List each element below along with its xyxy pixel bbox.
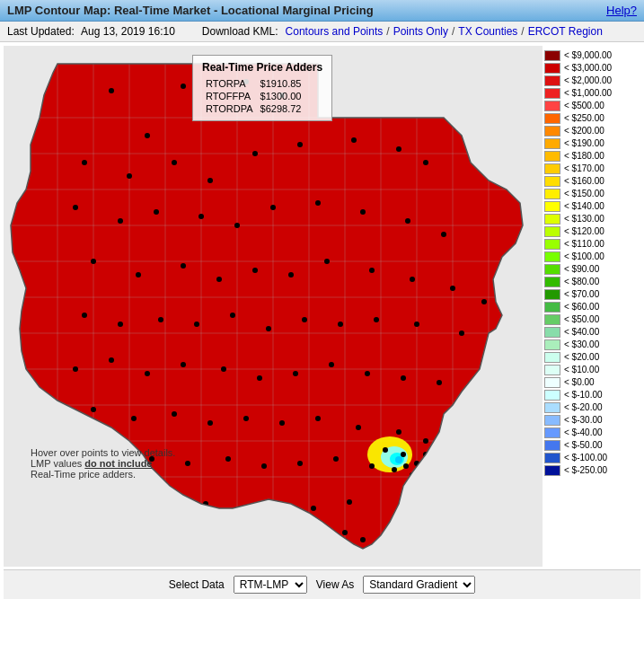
svg-point-115: [342, 530, 348, 535]
legend-item: < $140.00: [544, 200, 639, 212]
legend-swatch: [544, 440, 560, 451]
svg-point-71: [302, 317, 307, 322]
svg-point-64: [481, 299, 487, 304]
svg-point-76: [73, 366, 78, 372]
legend-label: < $0.00: [564, 377, 595, 387]
svg-point-45: [118, 218, 123, 224]
legend-swatch: [544, 390, 560, 401]
svg-point-60: [324, 259, 330, 264]
svg-point-101: [261, 463, 267, 469]
info-bar: Last Updated: Aug 13, 2019 16:10 Downloa…: [0, 22, 644, 42]
legend-swatch: [544, 50, 560, 61]
legend: < $9,000.00< $3,000.00< $2,000.00< $1,00…: [543, 46, 640, 569]
legend-swatch: [544, 163, 560, 174]
svg-point-80: [221, 366, 226, 372]
legend-swatch: [544, 453, 560, 463]
legend-label: < $500.00: [564, 101, 604, 110]
legend-label: < $150.00: [564, 189, 604, 198]
page-title: LMP Contour Map: Real-Time Market - Loca…: [7, 4, 374, 17]
map-container: Real-Time Price Adders RTORPA $1910.85 R…: [4, 46, 543, 569]
svg-point-118: [401, 452, 406, 457]
legend-label: < $3,000.00: [564, 63, 612, 73]
legend-label: < $20.00: [564, 352, 599, 362]
legend-swatch: [544, 289, 560, 300]
svg-point-31: [181, 84, 186, 89]
legend-label: < $100.00: [564, 251, 604, 261]
legend-swatch: [544, 189, 560, 199]
legend-swatch: [544, 251, 560, 262]
svg-point-54: [91, 259, 96, 264]
svg-point-41: [351, 137, 357, 143]
svg-point-78: [145, 371, 150, 376]
svg-point-74: [414, 322, 419, 327]
svg-point-55: [136, 272, 141, 278]
legend-label: < $40.00: [564, 327, 599, 337]
svg-point-53: [441, 232, 446, 237]
legend-label: < $160.00: [564, 176, 604, 186]
svg-point-70: [266, 326, 271, 331]
legend-label: < $30.00: [564, 339, 599, 349]
svg-point-86: [437, 380, 442, 385]
legend-swatch: [544, 427, 560, 438]
legend-label: < $140.00: [564, 201, 604, 211]
contours-points-link[interactable]: Contours and Points: [286, 25, 384, 38]
price-adder-name: RTORDPA: [202, 102, 257, 115]
legend-label: < $-20.00: [564, 402, 603, 412]
svg-point-79: [181, 362, 186, 367]
svg-point-102: [297, 461, 303, 466]
select-data-dropdown[interactable]: RTM-LMP DAM-LMP: [234, 576, 307, 594]
svg-point-92: [279, 420, 285, 426]
svg-point-43: [423, 160, 428, 165]
main-content: Real-Time Price Adders RTORPA $1910.85 R…: [0, 42, 644, 603]
svg-point-99: [185, 461, 190, 466]
svg-point-66: [118, 322, 123, 327]
view-as-dropdown[interactable]: Standard Gradient Discrete Colors: [363, 576, 475, 594]
points-only-link[interactable]: Points Only: [393, 25, 448, 38]
legend-swatch: [544, 264, 560, 275]
legend-item: < $-20.00: [544, 401, 639, 413]
download-links: Download KML: Contours and Points / Poin…: [202, 25, 603, 38]
legend-label: < $190.00: [564, 138, 604, 148]
ercot-region-link[interactable]: ERCOT Region: [528, 25, 603, 38]
legend-item: < $200.00: [544, 125, 639, 137]
legend-label: < $250.00: [564, 113, 604, 123]
legend-swatch: [544, 339, 560, 350]
legend-swatch: [544, 75, 560, 86]
view-as-label: View As: [316, 578, 354, 591]
select-data-label: Select Data: [169, 578, 225, 591]
legend-item: < $-100.00: [544, 452, 639, 463]
svg-point-67: [158, 317, 163, 322]
legend-swatch: [544, 214, 560, 225]
legend-label: < $-30.00: [564, 415, 603, 425]
svg-point-36: [127, 173, 132, 179]
hover-note-line1: Hover over points to view details.: [31, 447, 175, 458]
legend-label: < $130.00: [564, 214, 604, 224]
svg-point-58: [252, 268, 258, 273]
help-link[interactable]: Help?: [606, 4, 637, 17]
legend-label: < $9,000.00: [564, 50, 612, 60]
legend-swatch: [544, 88, 560, 99]
legend-label: < $180.00: [564, 151, 604, 161]
legend-label: < $-250.00: [564, 465, 607, 475]
legend-label: < $120.00: [564, 226, 604, 236]
svg-point-116: [360, 537, 366, 542]
legend-item: < $-250.00: [544, 464, 639, 476]
legend-item: < $90.00: [544, 263, 639, 275]
svg-point-117: [383, 447, 388, 453]
price-adders-title: Real-Time Price Adders: [202, 61, 322, 74]
legend-swatch: [544, 377, 560, 388]
legend-label: < $1,000.00: [564, 88, 612, 98]
tx-counties-link[interactable]: TX Counties: [458, 25, 517, 38]
title-bar: LMP Contour Map: Real-Time Market - Loca…: [0, 0, 644, 22]
svg-point-65: [82, 313, 87, 318]
legend-item: < $-30.00: [544, 414, 639, 426]
legend-item: < $130.00: [544, 213, 639, 225]
svg-point-112: [311, 506, 316, 511]
svg-point-103: [333, 456, 339, 462]
legend-item: < $1,000.00: [544, 87, 639, 99]
svg-point-90: [207, 420, 213, 426]
legend-label: < $50.00: [564, 314, 599, 324]
legend-swatch: [544, 101, 560, 111]
svg-point-57: [216, 277, 222, 282]
legend-swatch: [544, 201, 560, 212]
